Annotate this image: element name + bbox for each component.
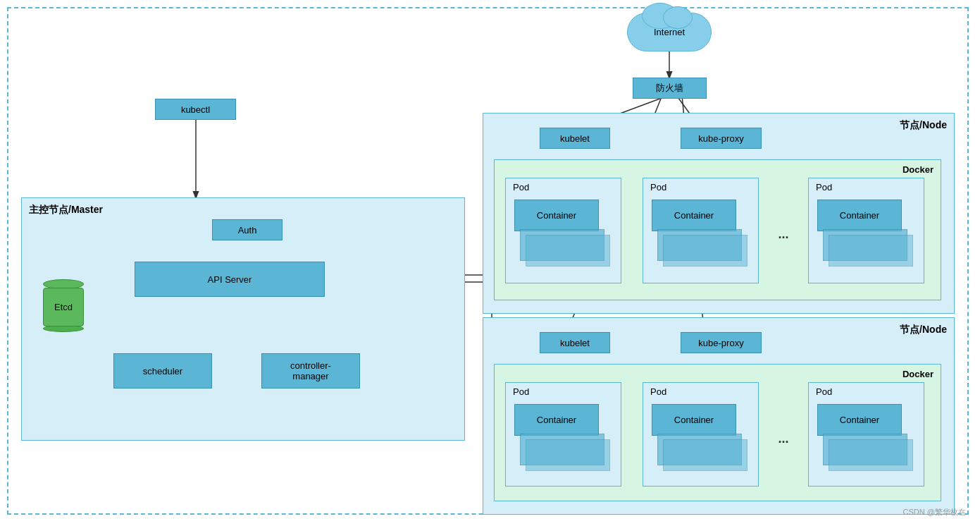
auth-box: Auth (212, 219, 283, 240)
node1-label: 节点/Node (900, 119, 947, 132)
kube-proxy2-label: kube-proxy (698, 338, 743, 348)
kube-proxy2-box: kube-proxy (681, 332, 762, 353)
etcd-component: Etcd (43, 279, 84, 332)
kubelet1-label: kubelet (560, 133, 590, 144)
firewall-box: 防火墙 (633, 78, 707, 99)
docker2-label: Docker (903, 369, 934, 379)
container2-bot-box: Container (652, 404, 736, 436)
pod2-bot-panel: Pod Container (643, 382, 759, 487)
pod2-top-label: Pod (650, 182, 666, 192)
dots1-bot-label: ... (778, 432, 788, 446)
container3-bot-label: Container (840, 415, 879, 425)
etcd-body: Etcd (43, 288, 84, 326)
pod1-bot-panel: Pod Container (505, 382, 621, 487)
dots1-bot: ... (769, 424, 798, 453)
diagram-wrapper: Internet 防火墙 kubectl 主控节点/Master Auth AP… (0, 0, 980, 526)
watermark-text: CSDN @繁华枚在 (903, 508, 966, 516)
container3-top-label: Container (840, 210, 879, 221)
container2-top-box: Container (652, 200, 736, 231)
pod2-bot-label: Pod (650, 386, 666, 397)
kube-proxy1-box: kube-proxy (681, 128, 762, 149)
container1-bot-box: Container (514, 404, 599, 436)
scheduler-label: scheduler (143, 366, 182, 377)
api-server-label: API Server (208, 274, 252, 285)
pod1-top-panel: Pod Container (505, 178, 621, 283)
controller-manager-box: controller- manager (261, 353, 360, 389)
container1-bot-label: Container (537, 415, 576, 425)
kubelet2-box: kubelet (540, 332, 610, 353)
kubelet1-box: kubelet (540, 128, 610, 149)
container1-top-label: Container (537, 210, 576, 221)
master-label: 主控节点/Master (29, 204, 103, 216)
node2-panel: 节点/Node kubelet kube-proxy Docker Pod Co… (483, 317, 955, 515)
firewall-label: 防火墙 (656, 82, 683, 94)
node1-panel: 节点/Node kubelet kube-proxy Docker Pod Co… (483, 113, 955, 314)
docker2-panel: Docker Pod Container Pod Container (494, 364, 941, 501)
container2-top-label: Container (674, 210, 714, 221)
pod2-top-panel: Pod Container (643, 178, 759, 283)
master-panel: 主控节点/Master Auth API Server Etcd schedul… (21, 197, 465, 441)
kubelet2-label: kubelet (560, 338, 590, 348)
kubectl-label: kubectl (181, 104, 210, 115)
pod3-bot-panel: Pod Container (808, 382, 924, 487)
scheduler-box: scheduler (113, 353, 212, 389)
pod3-top-panel: Pod Container (808, 178, 924, 283)
controller-manager-label: controller- manager (290, 360, 331, 381)
node2-label: 节点/Node (900, 324, 947, 336)
kubectl-box: kubectl (155, 99, 236, 120)
kube-proxy1-label: kube-proxy (698, 133, 743, 144)
api-server-box: API Server (135, 262, 325, 297)
container2-bot-label: Container (674, 415, 714, 425)
watermark: CSDN @繁华枚在 (903, 507, 966, 518)
pod1-bot-label: Pod (513, 386, 529, 397)
docker1-panel: Docker Pod Container Pod Container (494, 159, 941, 300)
auth-label: Auth (238, 225, 257, 236)
pod3-top-label: Pod (816, 182, 832, 192)
pod3-bot-label: Pod (816, 386, 832, 397)
docker1-label: Docker (903, 164, 934, 175)
container1-top-box: Container (514, 200, 599, 231)
internet-label: Internet (654, 27, 685, 37)
dots1-top: ... (769, 220, 798, 248)
etcd-label: Etcd (54, 302, 73, 312)
container3-top-box: Container (817, 200, 902, 231)
internet-cloud: Internet (627, 13, 712, 51)
pod1-top-label: Pod (513, 182, 529, 192)
dots1-top-label: ... (778, 227, 788, 242)
container3-bot-box: Container (817, 404, 902, 436)
